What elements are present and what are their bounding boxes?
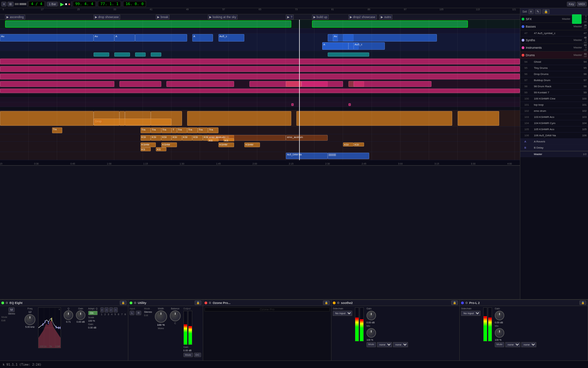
prol2-sidechain-select[interactable]: No Input — [461, 311, 480, 316]
clip-pl-1[interactable] — [0, 89, 520, 93]
eq-gain-knob[interactable] — [76, 310, 85, 320]
mixer-track-drop-drums[interactable]: 96 Drop Drums 96 — [520, 71, 588, 77]
utility-dc-btn[interactable]: DC — [194, 353, 201, 357]
eq-filter-1[interactable]: ⌐ — [100, 307, 104, 312]
clip-au5-2[interactable]: Au5_c — [354, 42, 385, 50]
section-looking[interactable]: ▶ looking at the sky — [208, 15, 238, 19]
clip-ks-6[interactable]: KSI — [192, 135, 203, 141]
clip-sfx-1[interactable] — [5, 20, 291, 28]
prol2-mix-knob[interactable] — [495, 328, 504, 338]
clip-ks-4[interactable]: KSI — [172, 135, 182, 141]
utility-lock-btn[interactable]: 🔒 — [195, 301, 201, 305]
eq-lock-btn[interactable]: 🔒 — [120, 301, 127, 305]
mixer-group-instruments[interactable]: Instruments Master 63 0 -inf — [520, 44, 588, 51]
mixer-view-btn[interactable]: ≡ — [528, 9, 534, 14]
stop-button[interactable]: ■ — [65, 2, 67, 6]
utility-r-btn[interactable]: R — [136, 311, 141, 315]
section-buildup[interactable]: ▶ build up — [312, 15, 329, 19]
mixer-group-drums[interactable]: Drums Master 93 -inf — [520, 51, 588, 59]
clip-ps-3[interactable] — [166, 81, 234, 87]
eq-freq-knob[interactable] — [24, 314, 35, 325]
clip-au-4[interactable] — [135, 34, 187, 42]
clip-au-2[interactable]: Au — [94, 34, 114, 42]
mixer-group-sfx[interactable]: SFX Master 1 0 -inf — [520, 15, 588, 23]
soothe2-none-select-2[interactable]: none — [393, 342, 408, 347]
clip-ks-5[interactable]: KSI — [182, 135, 193, 141]
clip-au-1[interactable]: Au — [0, 34, 94, 42]
eq-point-5[interactable] — [56, 326, 56, 328]
soothe2-mix-knob[interactable] — [366, 328, 376, 338]
mixer-track-emo-drum[interactable]: 102 emo drum 102 — [520, 108, 588, 114]
prol2-none-select-2[interactable]: none — [521, 342, 536, 347]
mixer-track-top-loop[interactable]: 101 top loop 101 — [520, 102, 588, 108]
mixer-edit-btn[interactable]: ✎ — [535, 9, 541, 14]
play-button[interactable]: ▶ — [60, 1, 64, 7]
clip-ps-1[interactable] — [0, 81, 114, 87]
eq-filter-3[interactable]: ⌐ — [109, 307, 113, 312]
ozone-lock-btn[interactable]: 🔒 — [323, 301, 330, 305]
clip-au-3[interactable]: A — [114, 34, 135, 42]
clip-t3[interactable] — [135, 52, 146, 57]
clip-ks-s4[interactable]: KSI — [354, 142, 364, 147]
clip-tra-5[interactable]: T — [172, 127, 177, 133]
clip-au-long[interactable]: Au — [333, 34, 437, 42]
clip-ks-2[interactable]: KSI — [151, 135, 161, 141]
clip-tra-3[interactable]: Tra — [151, 127, 161, 133]
clip-au5-daw-1[interactable]: Au5_DAW Na — [286, 153, 327, 159]
bar-size-btn[interactable]: 1 Bar — [47, 2, 58, 6]
clip-pink-full[interactable] — [0, 59, 520, 64]
mixer-track-kshmr-aco-105[interactable]: 105 105 KSHMR Aco 105 — [520, 126, 588, 133]
clip-kshmr-3[interactable]: KSHM — [218, 142, 234, 147]
clip-au5-daw-2[interactable]: |||||||||||| — [328, 153, 369, 159]
clip-ps-2[interactable] — [119, 81, 161, 87]
clip-ps-dot[interactable] — [286, 81, 301, 87]
mixer-track-kontakt[interactable]: 99 99 Kontakt 7 99 — [520, 90, 588, 96]
section-drop-showcase[interactable]: ▶ drop showcase — [94, 15, 120, 19]
clip-tra-4[interactable]: Tra — [161, 127, 172, 133]
mixer-lock-btn[interactable]: 🔒 — [542, 9, 550, 14]
mixer-track-buildup-drum[interactable]: 97 Buildup Drum 97 — [520, 77, 588, 83]
utility-l-btn[interactable]: L — [130, 311, 134, 315]
clip-emo2[interactable]: emo_acdrum — [286, 135, 327, 141]
mixer-group-basses[interactable]: Basses Master 28 -inf — [520, 23, 588, 30]
clip-ks-1[interactable]: KSI — [141, 135, 151, 141]
clip-tra-1[interactable]: Tra — [52, 127, 63, 133]
clip-ps-6[interactable] — [354, 81, 431, 87]
mixer-track-tiny-drums[interactable]: 95 Tiny Drums 95 — [520, 65, 588, 71]
soothe2-lock-btn[interactable]: 🔒 — [451, 301, 458, 305]
clip-kshmr-4[interactable]: KSHM — [244, 142, 260, 147]
mixer-track-au5-daw[interactable]: 106 106 Au5_DAW Na 106 — [520, 133, 588, 139]
prol2-gain-knob[interactable] — [495, 311, 504, 320]
mixer-track-47[interactable]: 47 47 Au5_cymbal_c 47 — [520, 30, 588, 36]
clip-drop[interactable] — [94, 119, 172, 125]
prol2-none-select-1[interactable]: none — [505, 342, 520, 347]
soothe2-sidechain-select[interactable]: No Input — [333, 311, 352, 316]
clip-tra-6[interactable]: Tra — [177, 127, 187, 133]
clip-emo[interactable]: emo_acdrum — [208, 135, 286, 141]
mixer-track-delay[interactable]: B B Delay — [520, 145, 588, 151]
mixer-track-reverb[interactable]: A A Reverb — [520, 139, 588, 145]
clip-kshmr-2[interactable]: KSHM — [161, 142, 177, 147]
clip-tra-2[interactable]: Tra — [141, 127, 151, 133]
mixer-track-master[interactable]: Master 1/2 — [520, 151, 588, 157]
mixer-group-synths[interactable]: Synths Master 48 0 -inf — [520, 36, 588, 44]
section-question[interactable]: ▶ ? — [286, 15, 294, 19]
section-ascending[interactable]: ▶ ascending — [5, 15, 25, 19]
clip-dot1[interactable] — [291, 103, 294, 106]
clip-t1[interactable] — [94, 52, 109, 57]
prol2-lock-btn[interactable]: 🔒 — [579, 301, 586, 305]
eq-point-3[interactable] — [48, 321, 49, 324]
mixer-track-kshmr-cine[interactable]: 100 100 KSHMR Cine 100 — [520, 96, 588, 102]
mixer-track-kshmr-aco-103[interactable]: 103 103 KSHMR Aco 103 — [520, 114, 588, 120]
view-arrange-btn[interactable]: ≡ — [1, 2, 6, 6]
clip-ks-bot-1[interactable]: KS — [208, 138, 218, 142]
midi-btn[interactable]: MIDI — [577, 2, 587, 6]
eq-mode-btn[interactable]: M — [9, 307, 15, 312]
eq-point-1[interactable] — [43, 323, 43, 326]
clip-dot2[interactable] — [348, 103, 351, 106]
soothe2-none-select-1[interactable]: none — [377, 342, 392, 347]
clip-pink-full2[interactable] — [0, 66, 520, 72]
mixer-track-kshmr-cym[interactable]: 104 104 KSHMR Cym 104 — [520, 120, 588, 126]
clip-ps-5[interactable] — [301, 81, 343, 87]
clip-ks-s1[interactable]: KS — [141, 147, 151, 151]
